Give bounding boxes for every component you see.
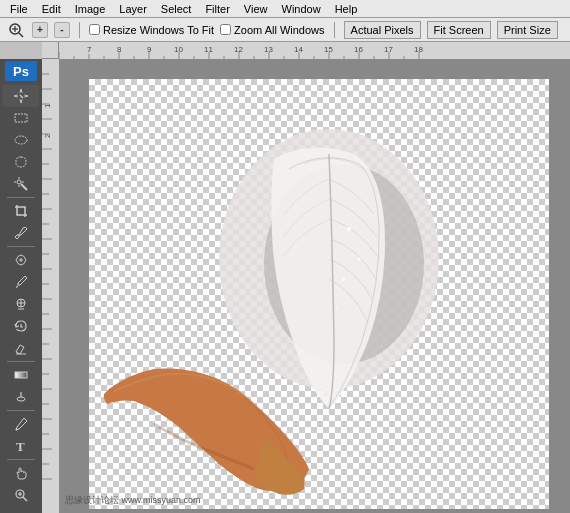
svg-line-93 (23, 497, 27, 501)
zoom-all-option: Zoom All Windows (220, 24, 324, 36)
ruler-corner (42, 42, 59, 59)
resize-windows-label: Resize Windows To Fit (103, 24, 214, 36)
menu-layer[interactable]: Layer (113, 2, 153, 16)
menu-filter[interactable]: Filter (199, 2, 235, 16)
tool-sep-3 (7, 361, 35, 362)
svg-text:13: 13 (264, 45, 273, 54)
tool-lasso[interactable] (3, 151, 39, 173)
zoom-all-label: Zoom All Windows (234, 24, 324, 36)
tool-hand[interactable] (3, 462, 39, 484)
svg-point-99 (343, 278, 346, 281)
svg-text:17: 17 (384, 45, 393, 54)
tool-history[interactable] (3, 315, 39, 337)
svg-point-76 (17, 180, 21, 184)
zoom-plus-icon[interactable]: - (54, 22, 70, 38)
svg-rect-73 (15, 114, 27, 122)
svg-text:14: 14 (294, 45, 303, 54)
tool-sep-2 (7, 246, 35, 247)
svg-rect-87 (15, 372, 27, 378)
tool-text[interactable]: T (3, 435, 39, 457)
tool-eyedropper[interactable] (3, 222, 39, 244)
tool-gradient[interactable] (3, 364, 39, 386)
menu-view[interactable]: View (238, 2, 274, 16)
tool-eraser[interactable] (3, 337, 39, 359)
svg-text:T: T (16, 439, 25, 454)
svg-text:16: 16 (354, 45, 363, 54)
svg-point-100 (358, 258, 361, 261)
svg-point-74 (15, 136, 27, 144)
tool-crop[interactable] (3, 200, 39, 222)
svg-text:15: 15 (324, 45, 333, 54)
tool-clone[interactable] (3, 293, 39, 315)
menu-help[interactable]: Help (329, 2, 364, 16)
menu-image[interactable]: Image (69, 2, 112, 16)
svg-text:9: 9 (147, 45, 152, 54)
tool-brush[interactable] (3, 271, 39, 293)
zoom-tool-icon (6, 20, 26, 40)
svg-point-90 (16, 429, 18, 431)
svg-line-1 (19, 33, 23, 37)
ruler-top: 7 8 9 10 11 12 13 14 15 16 17 18 (59, 42, 570, 59)
resize-windows-option: Resize Windows To Fit (89, 24, 214, 36)
svg-text:7: 7 (87, 45, 92, 54)
menu-window[interactable]: Window (276, 2, 327, 16)
menu-select[interactable]: Select (155, 2, 198, 16)
zoom-minus-icon[interactable]: + (32, 22, 48, 38)
tool-sep-1 (7, 197, 35, 198)
toolbox: Ps T (0, 59, 42, 513)
options-bar: + - Resize Windows To Fit Zoom All Windo… (0, 18, 570, 42)
tool-magic-wand[interactable] (3, 173, 39, 195)
svg-point-101 (336, 308, 338, 310)
canvas-area[interactable]: 思缘设计论坛 www.missyuan.com (59, 59, 570, 513)
ruler-left: 1 2 (42, 59, 59, 513)
fit-screen-button[interactable]: Fit Screen (427, 21, 491, 39)
sep1 (79, 22, 80, 38)
svg-point-98 (347, 227, 351, 231)
print-size-button[interactable]: Print Size (497, 21, 558, 39)
tool-marquee-rect[interactable] (3, 107, 39, 129)
tool-dodge[interactable] (3, 386, 39, 408)
tool-sep-4 (7, 410, 35, 411)
svg-text:18: 18 (414, 45, 423, 54)
sep2 (334, 22, 335, 38)
svg-rect-42 (42, 59, 59, 513)
svg-line-75 (21, 184, 27, 190)
svg-text:11: 11 (204, 45, 213, 54)
svg-text:12: 12 (234, 45, 243, 54)
tool-marquee-ellipse[interactable] (3, 129, 39, 151)
svg-text:8: 8 (117, 45, 122, 54)
menu-file[interactable]: File (4, 2, 34, 16)
menu-edit[interactable]: Edit (36, 2, 67, 16)
tool-move[interactable] (3, 85, 39, 107)
svg-point-88 (17, 397, 25, 401)
resize-windows-checkbox[interactable] (89, 24, 100, 35)
tool-pen[interactable] (3, 413, 39, 435)
ps-logo: Ps (5, 61, 37, 81)
canvas-image (89, 79, 549, 509)
tool-sep-5 (7, 459, 35, 460)
zoom-all-checkbox[interactable] (220, 24, 231, 35)
tool-zoom[interactable] (3, 484, 39, 506)
svg-text:10: 10 (174, 45, 183, 54)
menu-bar: File Edit Image Layer Select Filter View… (0, 0, 570, 18)
canvas-content (89, 79, 549, 509)
actual-pixels-button[interactable]: Actual Pixels (344, 21, 421, 39)
tool-healing[interactable] (3, 249, 39, 271)
